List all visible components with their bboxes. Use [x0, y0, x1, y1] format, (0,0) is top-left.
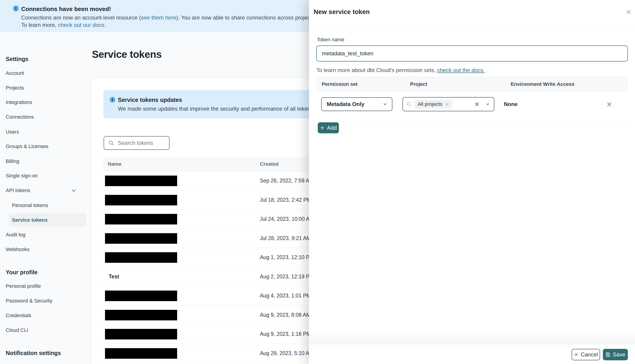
add-permission-button[interactable]: Add [318, 122, 339, 133]
chevron-down-icon [71, 188, 77, 193]
drawer-title: New service token [313, 8, 370, 16]
sidebar-item-integrations[interactable]: Integrations [6, 96, 89, 108]
sidebar-item-api-tokens[interactable]: API tokens [6, 185, 89, 196]
redacted-token-name [105, 310, 177, 320]
column-header-project: Project [410, 77, 427, 91]
search-input[interactable] [118, 140, 162, 146]
updates-body: We made some updates that improve the se… [118, 106, 333, 112]
settings-heading: Settings [6, 54, 29, 64]
drawer-footer: Cancel Save [309, 344, 635, 364]
sidebar-item-account[interactable]: Account [6, 68, 89, 79]
chevron-down-icon [383, 102, 387, 106]
plus-icon [320, 125, 325, 130]
permission-note: To learn more about dbt Cloud's permissi… [316, 67, 485, 74]
search-tokens-field[interactable] [104, 136, 170, 150]
your-profile-heading: Your profile [6, 268, 38, 277]
notification-settings-heading: Notification settings [6, 348, 61, 358]
all-projects-chip[interactable]: All projects [414, 100, 452, 108]
search-icon [108, 140, 114, 146]
sidebar-item-projects[interactable]: Projects [6, 82, 89, 94]
column-header-name: Name [108, 157, 122, 171]
token-name-input[interactable] [316, 46, 628, 62]
redacted-token-name [105, 348, 177, 359]
redacted-token-name [105, 290, 177, 301]
check-out-our-docs-link[interactable]: check out our docs. [58, 22, 106, 28]
redacted-token-name [105, 214, 177, 224]
sidebar-item-credentials[interactable]: Credentials [6, 310, 89, 321]
env-write-access-value: None [504, 97, 518, 111]
chevron-down-icon[interactable] [486, 102, 490, 106]
save-button[interactable]: Save [603, 349, 628, 360]
close-icon[interactable] [625, 9, 632, 15]
sidebar-item-service-tokens[interactable]: Service tokens [6, 214, 89, 226]
sidebar-item-webhooks[interactable]: Webhooks [6, 244, 89, 255]
redacted-token-name [105, 176, 177, 186]
token-name-label: Token name [317, 37, 344, 43]
sidebar-item-users[interactable]: Users [6, 126, 89, 138]
redacted-token-name [105, 233, 177, 244]
redacted-token-name [105, 195, 177, 206]
updates-heading: Service tokens updates [118, 96, 182, 103]
search-icon [406, 102, 412, 107]
column-header-created: Created [260, 157, 279, 171]
app-root: i Connections have been moved! Connectio… [0, 0, 635, 364]
sidebar-item-connections[interactable]: Connections [6, 111, 89, 123]
sidebar-item-password-security[interactable]: Password & Security [6, 295, 89, 306]
see-them-here-link[interactable]: see them here [141, 14, 176, 21]
remove-chip-icon[interactable] [445, 102, 449, 106]
sidebar-item-groups-licenses[interactable]: Groups & Licenses [6, 141, 89, 152]
banner-line-3: To learn more, check out our docs. [21, 22, 106, 28]
permission-set-select[interactable]: Metadata Only [321, 97, 392, 111]
new-service-token-drawer: New service token Token name To learn mo… [309, 0, 635, 364]
remove-row-icon[interactable] [606, 101, 613, 108]
page-title: Service tokens [92, 49, 162, 60]
sidebar-item-billing[interactable]: Billing [6, 156, 89, 167]
permissions-table-header: Permission set Project Environment Write… [316, 77, 628, 91]
project-multiselect[interactable]: All projects [403, 97, 494, 111]
sidebar-item-single-sign-on[interactable]: Single sign-on [6, 170, 89, 182]
sidebar-item-personal-tokens[interactable]: Personal tokens [6, 200, 89, 211]
sidebar-item-personal-profile[interactable]: Personal profile [6, 280, 89, 292]
sidebar-item-cloud-cli[interactable]: Cloud CLI [6, 324, 89, 336]
redacted-token-name [105, 329, 177, 340]
column-header-env-write-access: Environment Write Access [511, 77, 575, 91]
close-icon [574, 352, 578, 357]
token-name: Test [109, 267, 119, 286]
save-icon [605, 352, 610, 357]
info-icon: i [13, 6, 19, 12]
redacted-token-name [105, 252, 177, 263]
clear-selection-icon[interactable] [474, 102, 480, 107]
info-icon: i [110, 97, 115, 102]
sidebar-item-audit-log[interactable]: Audit log [6, 229, 89, 240]
scroll-fade [309, 330, 635, 344]
column-header-permission-set: Permission set [322, 77, 358, 91]
banner-heading: Connections have been moved! [21, 6, 111, 12]
check-out-the-docs-link[interactable]: check out the docs. [437, 67, 485, 73]
cancel-button[interactable]: Cancel [572, 349, 600, 360]
row-divider [316, 122, 628, 122]
drawer-header: New service token [309, 0, 635, 26]
